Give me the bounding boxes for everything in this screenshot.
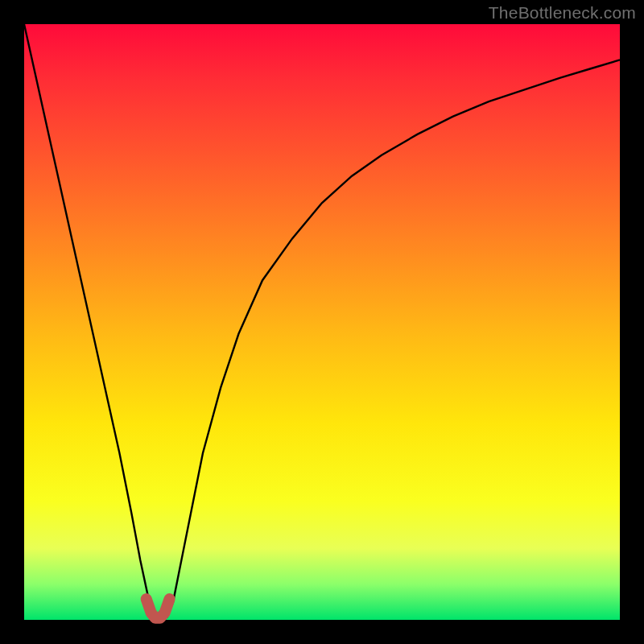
plot-area [24, 24, 620, 620]
highlight-knee [147, 599, 170, 618]
bottleneck-curve [24, 24, 620, 620]
curve-svg [24, 24, 620, 620]
watermark-text: TheBottleneck.com [489, 3, 636, 23]
chart-frame: TheBottleneck.com [0, 0, 644, 644]
